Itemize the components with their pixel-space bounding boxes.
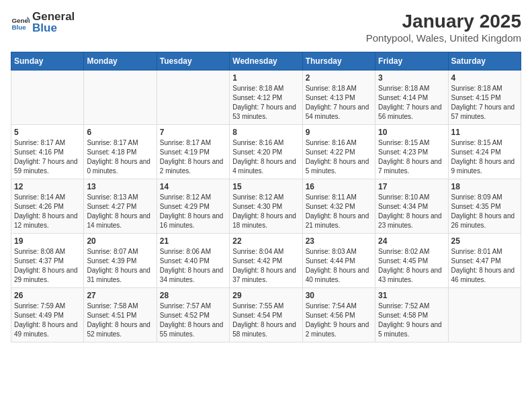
calendar-cell: 4Sunrise: 8:18 AM Sunset: 4:15 PM Daylig… (448, 71, 521, 125)
day-info: Sunrise: 8:17 AM Sunset: 4:18 PM Dayligh… (87, 138, 153, 176)
day-number: 3 (378, 73, 445, 83)
day-number: 6 (87, 128, 153, 137)
calendar-cell: 6Sunrise: 8:17 AM Sunset: 4:18 PM Daylig… (84, 125, 157, 179)
day-number: 17 (378, 182, 445, 191)
calendar-title: January 2025 (366, 11, 521, 32)
weekday-header: Monday (84, 52, 157, 71)
day-number: 16 (306, 182, 372, 191)
calendar-week-row: 26Sunrise: 7:59 AM Sunset: 4:49 PM Dayli… (11, 288, 521, 342)
calendar-cell: 12Sunrise: 8:14 AM Sunset: 4:26 PM Dayli… (11, 179, 84, 234)
day-info: Sunrise: 8:16 AM Sunset: 4:20 PM Dayligh… (232, 138, 299, 176)
calendar-cell: 2Sunrise: 8:18 AM Sunset: 4:13 PM Daylig… (302, 71, 375, 125)
calendar-cell: 10Sunrise: 8:15 AM Sunset: 4:23 PM Dayli… (375, 125, 448, 179)
logo-blue: Blue (32, 21, 57, 34)
calendar-cell: 15Sunrise: 8:12 AM Sunset: 4:30 PM Dayli… (230, 179, 302, 234)
logo: General Blue General Blue (11, 11, 75, 34)
day-info: Sunrise: 8:12 AM Sunset: 4:29 PM Dayligh… (160, 193, 226, 230)
day-info: Sunrise: 8:03 AM Sunset: 4:44 PM Dayligh… (306, 247, 372, 285)
calendar-week-row: 5Sunrise: 8:17 AM Sunset: 4:16 PM Daylig… (11, 125, 521, 179)
day-info: Sunrise: 7:52 AM Sunset: 4:58 PM Dayligh… (378, 302, 445, 339)
calendar-cell: 27Sunrise: 7:58 AM Sunset: 4:51 PM Dayli… (84, 288, 157, 342)
calendar-cell: 30Sunrise: 7:54 AM Sunset: 4:56 PM Dayli… (302, 288, 375, 342)
calendar-cell (157, 71, 229, 125)
day-info: Sunrise: 7:54 AM Sunset: 4:56 PM Dayligh… (306, 302, 372, 339)
calendar-cell: 18Sunrise: 8:09 AM Sunset: 4:35 PM Dayli… (448, 179, 521, 234)
calendar-subtitle: Pontypool, Wales, United Kingdom (366, 32, 521, 44)
day-info: Sunrise: 8:18 AM Sunset: 4:12 PM Dayligh… (232, 84, 299, 122)
svg-text:Blue: Blue (11, 24, 26, 31)
calendar-cell: 22Sunrise: 8:04 AM Sunset: 4:42 PM Dayli… (230, 234, 302, 288)
calendar-cell: 5Sunrise: 8:17 AM Sunset: 4:16 PM Daylig… (11, 125, 84, 179)
day-number: 11 (451, 128, 518, 137)
title-block: January 2025 Pontypool, Wales, United Ki… (366, 11, 521, 44)
day-info: Sunrise: 8:09 AM Sunset: 4:35 PM Dayligh… (451, 193, 518, 230)
day-number: 29 (232, 291, 299, 300)
weekday-header: Sunday (11, 52, 84, 71)
day-info: Sunrise: 8:14 AM Sunset: 4:26 PM Dayligh… (14, 193, 81, 230)
calendar-table: SundayMondayTuesdayWednesdayThursdayFrid… (11, 52, 521, 342)
day-number: 30 (306, 291, 372, 300)
calendar-cell: 26Sunrise: 7:59 AM Sunset: 4:49 PM Dayli… (11, 288, 84, 342)
weekday-header: Tuesday (157, 52, 229, 71)
weekday-header: Thursday (302, 52, 375, 71)
day-info: Sunrise: 8:13 AM Sunset: 4:27 PM Dayligh… (87, 193, 153, 230)
day-info: Sunrise: 8:10 AM Sunset: 4:34 PM Dayligh… (378, 193, 445, 230)
calendar-cell: 7Sunrise: 8:17 AM Sunset: 4:19 PM Daylig… (157, 125, 229, 179)
day-info: Sunrise: 8:16 AM Sunset: 4:22 PM Dayligh… (306, 138, 372, 176)
calendar-cell: 17Sunrise: 8:10 AM Sunset: 4:34 PM Dayli… (375, 179, 448, 234)
day-info: Sunrise: 8:15 AM Sunset: 4:24 PM Dayligh… (451, 138, 518, 176)
day-info: Sunrise: 8:07 AM Sunset: 4:39 PM Dayligh… (87, 247, 153, 285)
day-info: Sunrise: 8:17 AM Sunset: 4:16 PM Dayligh… (14, 138, 81, 176)
calendar-cell: 16Sunrise: 8:11 AM Sunset: 4:32 PM Dayli… (302, 179, 375, 234)
day-number: 24 (378, 236, 445, 246)
day-info: Sunrise: 8:17 AM Sunset: 4:19 PM Dayligh… (160, 138, 226, 176)
calendar-cell (84, 71, 157, 125)
calendar-cell: 28Sunrise: 7:57 AM Sunset: 4:52 PM Dayli… (157, 288, 229, 342)
day-number: 22 (232, 236, 299, 246)
day-info: Sunrise: 8:11 AM Sunset: 4:32 PM Dayligh… (306, 193, 372, 230)
day-info: Sunrise: 8:18 AM Sunset: 4:13 PM Dayligh… (306, 84, 372, 122)
day-number: 20 (87, 236, 153, 246)
day-number: 23 (306, 236, 372, 246)
day-number: 10 (378, 128, 445, 137)
day-number: 25 (451, 236, 518, 246)
calendar-cell: 3Sunrise: 8:18 AM Sunset: 4:14 PM Daylig… (375, 71, 448, 125)
calendar-header: SundayMondayTuesdayWednesdayThursdayFrid… (11, 52, 521, 71)
day-info: Sunrise: 7:57 AM Sunset: 4:52 PM Dayligh… (160, 302, 226, 339)
day-number: 19 (14, 236, 81, 246)
calendar-cell: 13Sunrise: 8:13 AM Sunset: 4:27 PM Dayli… (84, 179, 157, 234)
day-info: Sunrise: 8:18 AM Sunset: 4:14 PM Dayligh… (378, 84, 445, 122)
weekday-header: Saturday (448, 52, 521, 71)
day-info: Sunrise: 7:59 AM Sunset: 4:49 PM Dayligh… (14, 302, 81, 339)
weekday-row: SundayMondayTuesdayWednesdayThursdayFrid… (11, 52, 521, 71)
day-number: 18 (451, 182, 518, 191)
day-number: 28 (160, 291, 226, 300)
day-number: 14 (160, 182, 226, 191)
day-info: Sunrise: 8:02 AM Sunset: 4:45 PM Dayligh… (378, 247, 445, 285)
calendar-cell: 20Sunrise: 8:07 AM Sunset: 4:39 PM Dayli… (84, 234, 157, 288)
day-number: 31 (378, 291, 445, 300)
calendar-week-row: 19Sunrise: 8:08 AM Sunset: 4:37 PM Dayli… (11, 234, 521, 288)
day-number: 27 (87, 291, 153, 300)
day-number: 9 (306, 128, 372, 137)
calendar-cell: 1Sunrise: 8:18 AM Sunset: 4:12 PM Daylig… (230, 71, 302, 125)
calendar-week-row: 1Sunrise: 8:18 AM Sunset: 4:12 PM Daylig… (11, 71, 521, 125)
day-info: Sunrise: 7:58 AM Sunset: 4:51 PM Dayligh… (87, 302, 153, 339)
calendar-cell: 23Sunrise: 8:03 AM Sunset: 4:44 PM Dayli… (302, 234, 375, 288)
weekday-header: Wednesday (230, 52, 302, 71)
day-number: 12 (14, 182, 81, 191)
calendar-cell: 14Sunrise: 8:12 AM Sunset: 4:29 PM Dayli… (157, 179, 229, 234)
day-info: Sunrise: 8:06 AM Sunset: 4:40 PM Dayligh… (160, 247, 226, 285)
calendar-cell: 31Sunrise: 7:52 AM Sunset: 4:58 PM Dayli… (375, 288, 448, 342)
calendar-cell: 24Sunrise: 8:02 AM Sunset: 4:45 PM Dayli… (375, 234, 448, 288)
calendar-week-row: 12Sunrise: 8:14 AM Sunset: 4:26 PM Dayli… (11, 179, 521, 234)
calendar-cell: 9Sunrise: 8:16 AM Sunset: 4:22 PM Daylig… (302, 125, 375, 179)
day-info: Sunrise: 8:04 AM Sunset: 4:42 PM Dayligh… (232, 247, 299, 285)
day-number: 8 (232, 128, 299, 137)
day-number: 26 (14, 291, 81, 300)
day-info: Sunrise: 8:12 AM Sunset: 4:30 PM Dayligh… (232, 193, 299, 230)
day-info: Sunrise: 8:18 AM Sunset: 4:15 PM Dayligh… (451, 84, 518, 122)
day-info: Sunrise: 7:55 AM Sunset: 4:54 PM Dayligh… (232, 302, 299, 339)
calendar-body: 1Sunrise: 8:18 AM Sunset: 4:12 PM Daylig… (11, 71, 521, 342)
calendar-cell: 19Sunrise: 8:08 AM Sunset: 4:37 PM Dayli… (11, 234, 84, 288)
